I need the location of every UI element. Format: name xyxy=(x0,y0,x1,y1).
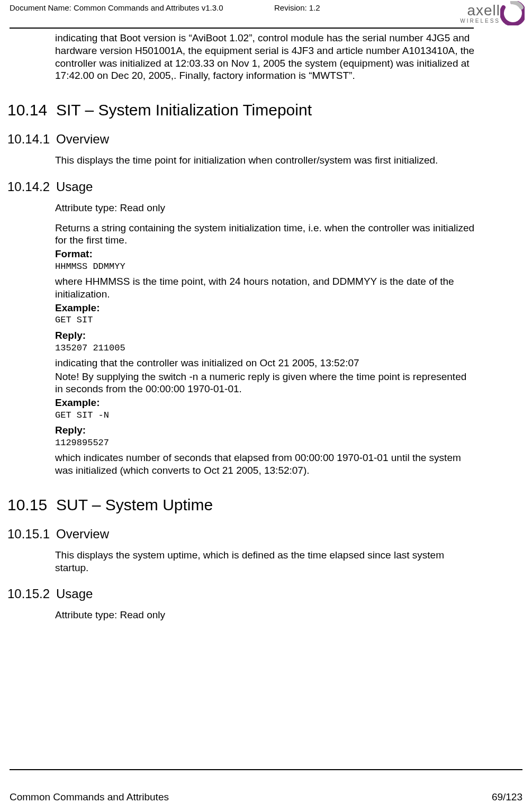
subsection-title: Overview xyxy=(56,527,109,541)
logo: axell WIRELESS xyxy=(443,2,522,29)
section-number: 10.15 xyxy=(7,496,56,514)
intro-paragraph: indicating that Boot version is “AviBoot… xyxy=(55,32,477,82)
footer-rule xyxy=(10,769,522,770)
subsection-number: 10.15.1 xyxy=(7,527,56,542)
section-10-14-2-heading: 10.14.2Usage xyxy=(7,179,477,194)
section-number: 10.14 xyxy=(7,101,56,119)
doc-name: Document Name: Common Commands and Attri… xyxy=(10,3,223,12)
format-code: HHMMSS DDMMYY xyxy=(55,261,477,272)
section-10-15-1-heading: 10.15.1Overview xyxy=(7,527,477,542)
logo-swirl-icon xyxy=(500,1,525,25)
page: Document Name: Common Commands and Attri… xyxy=(0,0,532,803)
section-10-15-2-heading: 10.15.2Usage xyxy=(7,587,477,601)
reply1-code: 135207 211005 xyxy=(55,343,477,354)
subsection-title: Usage xyxy=(56,587,93,601)
usage-p3a: indicating that the controller was initi… xyxy=(55,357,477,369)
usage-p2: where HHMMSS is the time point, with 24 … xyxy=(55,275,477,301)
usage-p3b: Note! By supplying the switch -n a numer… xyxy=(55,371,477,396)
footer-title: Common Commands and Attributes xyxy=(10,791,169,803)
overview-text-15: This displays the system uptime, which i… xyxy=(55,549,477,574)
attribute-type: Attribute type: Read only xyxy=(55,202,477,214)
revision: Revision: 1.2 xyxy=(274,3,320,12)
reply2-label: Reply: xyxy=(55,424,477,437)
overview-text: This displays the time point for initial… xyxy=(55,154,477,167)
format-label: Format: xyxy=(55,248,477,260)
section-title: SIT – System Initialization Timepoint xyxy=(56,101,312,119)
reply1-label: Reply: xyxy=(55,329,477,342)
body-content: indicating that Boot version is “AviBoot… xyxy=(0,32,532,629)
header-rule xyxy=(10,28,474,29)
example2-label: Example: xyxy=(55,396,477,409)
section-10-14-heading: 10.14SIT – System Initialization Timepoi… xyxy=(7,101,477,119)
example1-label: Example: xyxy=(55,302,477,314)
section-10-15-heading: 10.15SUT – System Uptime xyxy=(7,496,477,514)
subsection-title: Overview xyxy=(56,132,109,146)
attribute-type-15: Attribute type: Read only xyxy=(55,609,477,621)
example1-code: GET SIT xyxy=(55,315,477,326)
subsection-number: 10.14.2 xyxy=(7,179,56,194)
section-10-14-1-heading: 10.14.1Overview xyxy=(7,132,477,147)
section-title: SUT – System Uptime xyxy=(56,496,213,513)
footer-page-number: 69/123 xyxy=(492,791,522,803)
subsection-title: Usage xyxy=(56,179,93,194)
subsection-number: 10.14.1 xyxy=(7,132,56,147)
reply2-code: 1129895527 xyxy=(55,438,477,448)
usage-p4: which indicates number of seconds that e… xyxy=(55,452,477,477)
example2-code: GET SIT -N xyxy=(55,410,477,421)
logo-subtext: WIRELESS xyxy=(460,18,500,24)
subsection-number: 10.15.2 xyxy=(7,587,56,601)
usage-p1: Returns a string containing the system i… xyxy=(55,222,477,247)
logo-text: axell xyxy=(467,2,500,19)
